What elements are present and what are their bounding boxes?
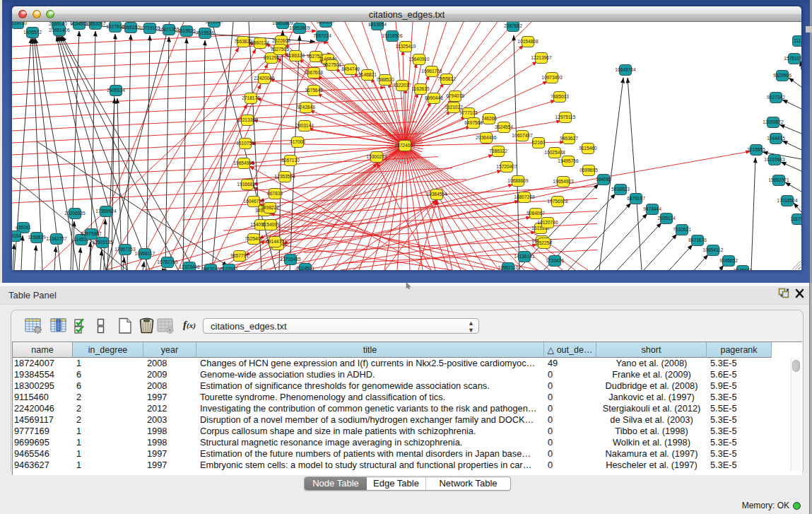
svg-text:8533257: 8533257 (317, 22, 335, 24)
svg-text:2803144: 2803144 (295, 123, 314, 128)
svg-text:19384554: 19384554 (426, 192, 447, 197)
svg-text:2935114: 2935114 (657, 216, 676, 221)
svg-text:10688609: 10688609 (507, 178, 529, 183)
svg-text:16210643: 16210643 (764, 157, 785, 162)
svg-text:3215955: 3215955 (747, 147, 765, 152)
svg-text:17359924: 17359924 (95, 209, 117, 214)
svg-text:6794078: 6794078 (446, 93, 464, 98)
svg-text:15751074: 15751074 (784, 56, 801, 61)
svg-text:20364436: 20364436 (476, 135, 497, 140)
svg-text:9474444: 9474444 (643, 206, 661, 211)
svg-text:7515526: 7515526 (196, 30, 214, 35)
svg-text:20206535: 20206535 (64, 211, 86, 216)
svg-text:9463627: 9463627 (560, 136, 578, 141)
svg-text:19218506: 19218506 (382, 33, 403, 38)
svg-text:6966160: 6966160 (122, 25, 140, 30)
svg-text:12093872: 12093872 (763, 119, 784, 124)
svg-text:39154: 39154 (12, 233, 21, 238)
svg-text:19166827: 19166827 (237, 182, 258, 187)
svg-text:19654985: 19654985 (233, 160, 254, 165)
svg-text:16648784: 16648784 (615, 67, 636, 72)
svg-text:1621022: 1621022 (445, 105, 463, 110)
svg-text:19756928: 19756928 (547, 199, 568, 204)
svg-text:7485003: 7485003 (551, 94, 569, 99)
svg-text:10654112: 10654112 (703, 247, 724, 252)
svg-text:8454749: 8454749 (341, 66, 360, 71)
svg-text:7663822: 7663822 (234, 39, 252, 44)
svg-text:7386322: 7386322 (489, 148, 507, 153)
svg-text:12213967: 12213967 (531, 55, 552, 60)
svg-text:7625402: 7625402 (245, 236, 263, 241)
svg-text:8122001: 8122001 (220, 267, 238, 270)
svg-text:746266: 746266 (481, 116, 497, 121)
svg-text:8267130: 8267130 (281, 158, 300, 163)
svg-text:252254: 252254 (536, 240, 552, 245)
svg-text:9115460: 9115460 (579, 146, 597, 151)
svg-text:18724007: 18724007 (394, 143, 416, 148)
svg-text:3498222: 3498222 (261, 205, 279, 210)
svg-text:7515526: 7515526 (177, 28, 196, 33)
svg-text:6497568: 6497568 (464, 120, 483, 125)
svg-text:14136141: 14136141 (514, 254, 535, 259)
svg-text:6879197: 6879197 (627, 196, 645, 201)
svg-text:3624554: 3624554 (495, 124, 513, 129)
svg-text:10607487: 10607487 (512, 133, 533, 138)
svg-text:11325419: 11325419 (396, 44, 416, 49)
svg-text:9329966: 9329966 (773, 73, 792, 78)
svg-text:2322605: 2322605 (272, 38, 290, 43)
svg-text:9024501: 9024501 (296, 266, 314, 270)
svg-text:15300273: 15300273 (366, 154, 387, 159)
svg-text:16671355: 16671355 (158, 27, 180, 32)
svg-text:0699695: 0699695 (579, 168, 598, 173)
svg-text:16961758: 16961758 (421, 69, 442, 74)
svg-text:9245652: 9245652 (719, 258, 738, 263)
svg-text:10958117: 10958117 (135, 251, 155, 256)
svg-text:7857224: 7857224 (313, 33, 331, 38)
svg-text:10853267: 10853267 (85, 22, 106, 26)
svg-text:12353594: 12353594 (274, 174, 295, 179)
svg-text:9857791: 9857791 (230, 253, 249, 258)
svg-text:9245012: 9245012 (734, 268, 752, 270)
svg-text:10952110: 10952110 (498, 265, 519, 270)
svg-text:1244415: 1244415 (767, 136, 785, 141)
svg-text:18807249: 18807249 (514, 194, 535, 199)
svg-text:1112: 1112 (794, 38, 801, 43)
svg-text:10154808: 10154808 (517, 39, 539, 44)
svg-text:1154099: 1154099 (261, 222, 280, 227)
svg-text:16046798: 16046798 (243, 199, 264, 204)
svg-text:7588520: 7588520 (376, 77, 394, 82)
svg-text:9327505: 9327505 (271, 47, 289, 52)
svg-text:16853809: 16853809 (289, 25, 310, 30)
svg-text:17016504: 17016504 (777, 198, 798, 203)
svg-text:62160: 62160 (532, 140, 546, 145)
svg-text:10120746: 10120746 (537, 220, 558, 225)
svg-text:12323446: 12323446 (179, 264, 200, 269)
svg-text:6914479: 6914479 (266, 239, 284, 244)
svg-text:8471676: 8471676 (688, 238, 707, 243)
svg-text:1405572: 1405572 (23, 30, 42, 35)
svg-text:9084067: 9084067 (526, 211, 545, 216)
svg-text:10719155: 10719155 (139, 25, 160, 30)
svg-text:2905334: 2905334 (107, 88, 125, 93)
svg-text:7955812: 7955812 (437, 76, 456, 81)
svg-text:10975867: 10975867 (81, 231, 102, 236)
svg-text:9619730: 9619730 (12, 22, 27, 25)
svg-text:3675645: 3675645 (305, 88, 323, 93)
svg-text:8186328: 8186328 (286, 53, 305, 58)
svg-text:867833: 867833 (267, 191, 283, 196)
svg-text:9777105: 9777105 (459, 110, 478, 115)
svg-text:12213369: 12213369 (237, 117, 258, 122)
svg-text:1162615: 1162615 (411, 86, 430, 91)
svg-text:1156829: 1156829 (28, 235, 46, 240)
svg-text:1610755: 1610755 (236, 141, 254, 146)
svg-text:417006: 417006 (290, 139, 305, 144)
svg-text:16782759: 16782759 (157, 259, 178, 264)
svg-text:8322037: 8322037 (393, 83, 411, 88)
svg-text:9463110: 9463110 (201, 267, 220, 270)
svg-text:9146821: 9146821 (358, 72, 377, 77)
svg-text:8990448: 8990448 (425, 95, 443, 100)
svg-text:15640910: 15640910 (408, 57, 430, 62)
svg-text:13716485: 13716485 (280, 257, 301, 262)
svg-text:20691406: 20691406 (49, 28, 70, 33)
svg-text:2367608: 2367608 (305, 70, 323, 75)
